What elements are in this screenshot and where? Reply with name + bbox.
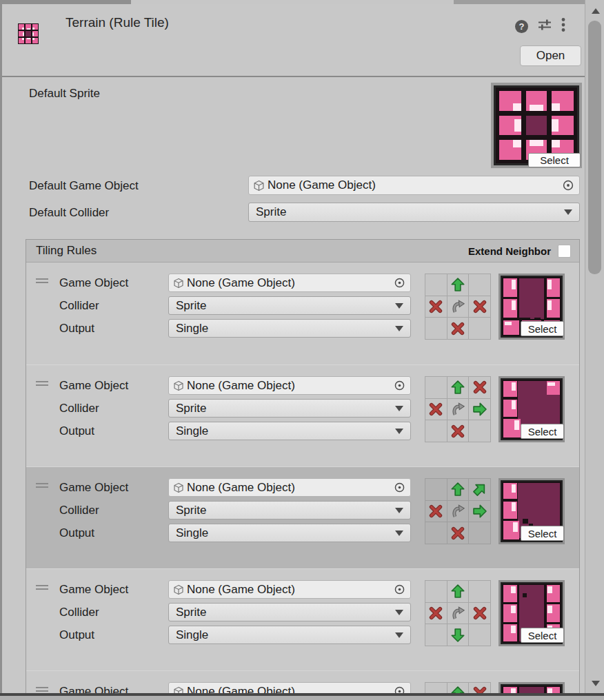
- window-bottom-edge: [0, 693, 604, 696]
- cube-icon: [173, 482, 184, 493]
- neighbor-cell-empty[interactable]: [425, 479, 447, 500]
- neighbor-cell-arrow-down-icon[interactable]: [447, 624, 469, 646]
- default-game-object-field[interactable]: None (Game Object): [248, 176, 580, 195]
- rule-sprite-select-button[interactable]: Select: [521, 321, 564, 336]
- neighbor-cell-rotate-icon[interactable]: [447, 399, 469, 420]
- rule-sprite-select-button[interactable]: Select: [521, 628, 564, 643]
- rule-collider-dropdown[interactable]: Sprite: [168, 501, 411, 519]
- neighbor-cell-x-icon[interactable]: [425, 501, 447, 522]
- scrollbar-up-arrow-icon[interactable]: [592, 8, 600, 14]
- rule-sprite-preview[interactable]: Select: [499, 274, 565, 340]
- rule-collider-dropdown[interactable]: Sprite: [168, 603, 411, 621]
- rule-sprite-preview[interactable]: Select: [499, 580, 565, 646]
- neighbor-cell-x-icon[interactable]: [469, 377, 490, 398]
- rule-collider-dropdown[interactable]: Sprite: [168, 296, 411, 315]
- neighbor-cell-x-icon[interactable]: [447, 522, 469, 544]
- tiling-rule-row-1[interactable]: Game Object Collider Output None (Game O…: [26, 262, 579, 364]
- window-bottom-margin: [0, 696, 604, 700]
- tiling-rule-row-3[interactable]: Game Object Collider Output None (Game O…: [26, 466, 579, 568]
- neighbor-cell-empty[interactable]: [469, 274, 490, 296]
- tiling-rule-row-4[interactable]: Game Object Collider Output None (Game O…: [26, 568, 579, 670]
- drag-handle-icon[interactable]: [36, 278, 48, 284]
- object-picker-icon[interactable]: [393, 276, 406, 289]
- rule-output-dropdown[interactable]: Single: [168, 319, 411, 338]
- rule-sprite-preview[interactable]: Select: [499, 376, 565, 442]
- kebab-menu-icon[interactable]: [561, 17, 565, 35]
- neighbor-cell-x-icon[interactable]: [425, 399, 447, 420]
- tiling-rule-row-2[interactable]: Game Object Collider Output None (Game O…: [26, 364, 579, 466]
- rule-game-object-label: Game Object: [59, 274, 128, 292]
- object-picker-icon[interactable]: [393, 583, 406, 596]
- neighbor-cell-empty[interactable]: [425, 522, 447, 544]
- scrollbar-thumb[interactable]: [588, 21, 601, 274]
- default-sprite-select-button[interactable]: Select: [528, 153, 581, 167]
- neighbor-cell-arrow-up-right-icon[interactable]: [469, 479, 490, 500]
- neighbor-cell-empty[interactable]: [425, 274, 447, 296]
- neighbor-cell-x-icon[interactable]: [447, 420, 469, 442]
- dropdown-arrow-icon: [395, 406, 403, 411]
- neighbor-cell-empty[interactable]: [469, 624, 490, 646]
- rule-game-object-label: Game Object: [59, 580, 128, 599]
- neighbor-cell-empty[interactable]: [425, 624, 447, 646]
- rule-sprite-select-button[interactable]: Select: [521, 526, 564, 541]
- neighbor-cell-arrow-right-icon[interactable]: [469, 399, 490, 420]
- neighbor-cell-empty[interactable]: [469, 420, 490, 442]
- neighbor-cell-arrow-up-icon[interactable]: [447, 377, 469, 398]
- default-game-object-value: None (Game Object): [268, 178, 561, 192]
- rule-game-object-field[interactable]: None (Game Object): [168, 274, 411, 292]
- dropdown-arrow-icon: [395, 632, 403, 638]
- rule-sprite-preview[interactable]: Select: [499, 478, 565, 544]
- neighbor-cell-arrow-right-icon[interactable]: [469, 501, 490, 522]
- object-picker-icon[interactable]: [561, 178, 575, 192]
- neighbor-cell-rotate-icon[interactable]: [447, 603, 469, 624]
- neighbor-cell-empty[interactable]: [469, 318, 490, 339]
- neighbor-cell-empty[interactable]: [425, 420, 447, 442]
- rule-output-dropdown[interactable]: Single: [168, 626, 411, 644]
- neighbor-cell-x-icon[interactable]: [447, 318, 469, 339]
- neighbor-cell-arrow-up-icon[interactable]: [447, 581, 469, 602]
- dropdown-arrow-icon: [564, 209, 572, 215]
- neighbor-cell-arrow-up-icon[interactable]: [447, 479, 469, 500]
- rule-collider-label: Collider: [59, 603, 99, 621]
- rule-game-object-field[interactable]: None (Game Object): [168, 376, 411, 395]
- neighbor-cell-rotate-icon[interactable]: [447, 501, 469, 522]
- drag-handle-icon[interactable]: [36, 381, 48, 387]
- neighbor-cell-empty[interactable]: [425, 581, 447, 602]
- drag-handle-icon[interactable]: [36, 687, 48, 692]
- tiling-rules-list: Game Object Collider Output None (Game O…: [26, 262, 579, 700]
- cube-icon: [173, 278, 184, 289]
- default-sprite-label: Default Sprite: [29, 87, 100, 101]
- rule-sprite-select-button[interactable]: Select: [521, 424, 564, 439]
- rule-collider-dropdown[interactable]: Sprite: [168, 399, 411, 418]
- object-picker-icon[interactable]: [393, 379, 406, 392]
- neighbor-rule-grid: [425, 274, 491, 340]
- neighbor-cell-arrow-up-icon[interactable]: [447, 274, 469, 296]
- presets-icon[interactable]: [537, 18, 552, 34]
- vertical-scrollbar[interactable]: [585, 0, 604, 700]
- neighbor-cell-x-icon[interactable]: [469, 296, 490, 318]
- neighbor-cell-empty[interactable]: [425, 377, 447, 398]
- object-picker-icon[interactable]: [393, 481, 406, 494]
- default-collider-dropdown[interactable]: Sprite: [248, 203, 580, 222]
- rule-game-object-field[interactable]: None (Game Object): [168, 580, 411, 599]
- rule-output-dropdown[interactable]: Single: [168, 422, 411, 440]
- scrollbar-down-arrow-icon[interactable]: [592, 681, 600, 686]
- open-button[interactable]: Open: [520, 45, 581, 66]
- extend-neighbor-checkbox[interactable]: [558, 245, 571, 258]
- default-sprite-preview[interactable]: Select: [491, 83, 582, 168]
- neighbor-cell-x-icon[interactable]: [425, 603, 447, 624]
- rule-game-object-field[interactable]: None (Game Object): [168, 478, 411, 497]
- neighbor-cell-rotate-icon[interactable]: [447, 296, 469, 318]
- neighbor-cell-empty[interactable]: [425, 318, 447, 339]
- neighbor-cell-x-icon[interactable]: [425, 296, 447, 318]
- neighbor-cell-empty[interactable]: [469, 522, 490, 544]
- neighbor-cell-x-icon[interactable]: [469, 603, 490, 624]
- dropdown-arrow-icon: [395, 531, 403, 536]
- dropdown-arrow-icon: [395, 303, 403, 309]
- drag-handle-icon[interactable]: [36, 585, 48, 590]
- help-icon[interactable]: ?: [515, 20, 528, 33]
- rule-game-object-label: Game Object: [59, 376, 128, 395]
- rule-output-dropdown[interactable]: Single: [168, 524, 411, 542]
- drag-handle-icon[interactable]: [36, 483, 48, 488]
- neighbor-cell-empty[interactable]: [469, 581, 490, 602]
